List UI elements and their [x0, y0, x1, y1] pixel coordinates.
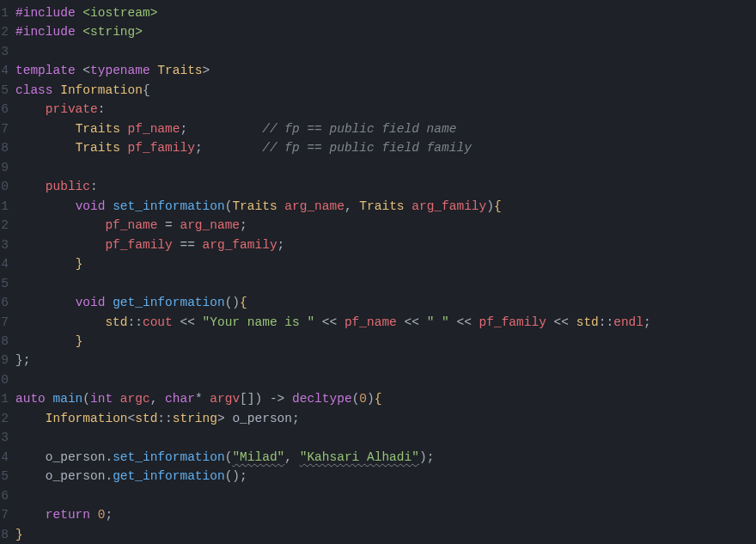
code-line: 8} [0, 525, 756, 544]
code-line: 9}; [0, 351, 756, 370]
line-number: 7 [0, 119, 15, 138]
code-line: 8 } [0, 332, 756, 351]
line-number: 2 [0, 409, 15, 428]
line-number: 3 [0, 428, 15, 447]
code-line: 8 Traits pf_family; // fp == public fiel… [0, 138, 756, 157]
code-line: 3 [0, 42, 756, 61]
line-number: 1 [0, 3, 15, 22]
line-number: 2 [0, 22, 15, 41]
line-number: 8 [0, 525, 15, 544]
code-line: 5 o_person.get_information(); [0, 467, 756, 486]
line-number: 9 [0, 351, 15, 370]
line-number: 7 [0, 505, 15, 524]
line-number: 9 [0, 158, 15, 177]
code-line: 9 [0, 158, 756, 177]
line-number: 3 [0, 42, 15, 61]
code-line: 1#include <iostream> [0, 3, 756, 22]
code-line: 6 [0, 486, 756, 505]
code-line: 6 private: [0, 100, 756, 119]
code-line: 4 } [0, 254, 756, 273]
line-number: 8 [0, 332, 15, 351]
code-line: 2 Information<std::string> o_person; [0, 409, 756, 428]
line-number: 5 [0, 467, 15, 486]
line-number: 7 [0, 313, 15, 332]
line-number: 0 [0, 370, 15, 389]
code-line: 7 return 0; [0, 505, 756, 524]
code-line: 2 pf_name = arg_name; [0, 216, 756, 235]
code-line: 0 public: [0, 177, 756, 196]
line-number: 5 [0, 274, 15, 293]
code-line: 1auto main(int argc, char* argv[]) -> de… [0, 389, 756, 408]
code-line: 3 [0, 428, 756, 447]
code-line: 6 void get_information(){ [0, 293, 756, 312]
line-number: 4 [0, 448, 15, 467]
code-line: 4template <typename Traits> [0, 61, 756, 80]
line-number: 4 [0, 254, 15, 273]
line-number: 4 [0, 61, 15, 80]
line-number: 1 [0, 389, 15, 408]
code-line: 7 Traits pf_name; // fp == public field … [0, 119, 756, 138]
code-line: 5 [0, 274, 756, 293]
line-number: 6 [0, 100, 15, 119]
code-line: 0 [0, 370, 756, 389]
code-line: 1 void set_information(Traits arg_name, … [0, 197, 756, 216]
code-line: 7 std::cout << "Your name is " << pf_nam… [0, 313, 756, 332]
line-number: 6 [0, 486, 15, 505]
code-editor[interactable]: 1#include <iostream> 2#include <string> … [0, 3, 756, 544]
line-number: 6 [0, 293, 15, 312]
line-number: 0 [0, 177, 15, 196]
line-number: 2 [0, 216, 15, 235]
code-line: 3 pf_family == arg_family; [0, 235, 756, 254]
code-line: 5class Information{ [0, 81, 756, 100]
code-line: 4 o_person.set_information("Milad", "Kah… [0, 448, 756, 467]
line-number: 1 [0, 197, 15, 216]
line-number: 8 [0, 138, 15, 157]
line-number: 3 [0, 235, 15, 254]
code-line: 2#include <string> [0, 22, 756, 41]
line-number: 5 [0, 81, 15, 100]
